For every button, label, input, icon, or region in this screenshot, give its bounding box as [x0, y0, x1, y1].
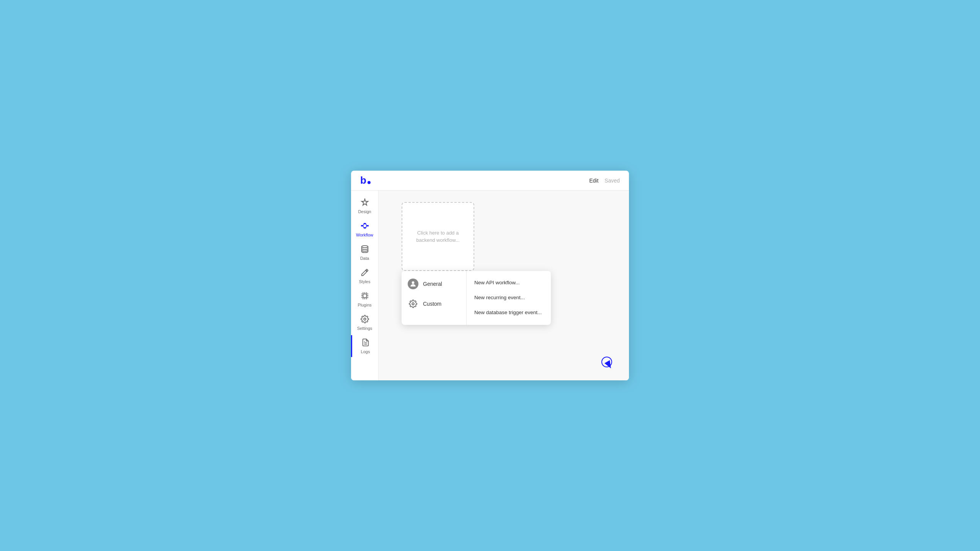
svg-line-5 — [363, 226, 364, 228]
app-window: b Edit Saved Design — [351, 171, 629, 380]
dropdown-item-new-recurring[interactable]: New recurring event... — [467, 290, 551, 305]
app-logo: b — [360, 174, 371, 186]
dropdown-item-custom[interactable]: Custom — [402, 294, 466, 314]
main-layout: Design Workflow — [351, 191, 629, 380]
svg-point-14 — [412, 303, 414, 305]
design-icon — [361, 198, 369, 208]
dropdown-item-new-db-trigger[interactable]: New database trigger event... — [467, 305, 551, 320]
general-icon — [408, 279, 418, 289]
workflow-canvas[interactable]: Click here to add a backend workflow... — [402, 202, 474, 271]
sidebar-item-workflow[interactable]: Workflow — [353, 218, 377, 240]
custom-label: Custom — [423, 301, 441, 307]
dropdown-right-panel: New API workflow... New recurring event.… — [467, 271, 551, 325]
logs-label: Logs — [361, 349, 370, 354]
svg-point-13 — [412, 281, 415, 284]
general-label: General — [423, 281, 442, 287]
workflow-icon — [361, 222, 369, 231]
workflow-canvas-placeholder: Click here to add a backend workflow... — [402, 223, 474, 250]
styles-icon — [361, 268, 369, 278]
svg-rect-1 — [364, 223, 366, 225]
sidebar-item-plugins[interactable]: Plugins — [353, 289, 377, 310]
saved-status: Saved — [604, 178, 620, 184]
logo-dot — [368, 181, 371, 184]
settings-label: Settings — [357, 326, 372, 331]
sidebar-item-settings[interactable]: Settings — [353, 312, 377, 334]
svg-line-7 — [366, 226, 366, 228]
styles-label: Styles — [359, 279, 371, 284]
dropdown-item-general[interactable]: General — [402, 274, 466, 294]
data-label: Data — [360, 256, 369, 261]
svg-point-10 — [364, 318, 366, 320]
svg-point-8 — [361, 246, 368, 248]
workflow-label: Workflow — [356, 233, 373, 237]
svg-rect-3 — [366, 225, 369, 227]
dropdown-left-panel: General Custom — [402, 271, 467, 325]
svg-rect-2 — [364, 227, 366, 229]
svg-line-6 — [366, 224, 366, 226]
sidebar-item-logs[interactable]: Logs — [351, 335, 379, 357]
sidebar: Design Workflow — [351, 191, 379, 380]
edit-button[interactable]: Edit — [589, 178, 598, 184]
plugins-label: Plugins — [358, 303, 371, 307]
plugins-icon — [361, 292, 369, 301]
cursor-arrow — [604, 360, 614, 370]
logo-letter: b — [360, 174, 366, 186]
dropdown-menu: General Custom New API w — [402, 271, 551, 325]
data-icon — [361, 245, 369, 254]
svg-line-4 — [363, 224, 364, 226]
content-area: Click here to add a backend workflow... … — [379, 191, 629, 380]
dropdown-item-new-api[interactable]: New API workflow... — [467, 276, 551, 290]
svg-rect-9 — [363, 294, 366, 297]
sidebar-item-styles[interactable]: Styles — [353, 265, 377, 287]
cursor-circle — [601, 357, 612, 367]
settings-icon — [361, 315, 369, 324]
cursor-indicator — [601, 356, 614, 370]
sidebar-item-design[interactable]: Design — [353, 195, 377, 217]
custom-icon — [408, 298, 418, 309]
top-bar-actions: Edit Saved — [589, 178, 620, 184]
svg-rect-0 — [361, 225, 363, 227]
sidebar-item-data[interactable]: Data — [353, 242, 377, 264]
top-bar: b Edit Saved — [351, 171, 629, 191]
design-label: Design — [358, 209, 371, 214]
logs-icon — [361, 338, 370, 348]
